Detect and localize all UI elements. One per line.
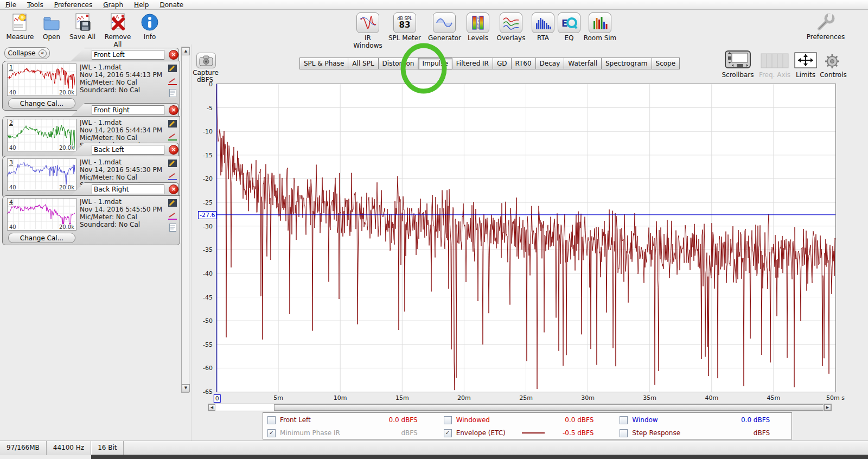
ir-windows-button[interactable]: IR Windows [350, 12, 386, 49]
delete-measurement-icon[interactable]: × [169, 184, 178, 194]
menu-file[interactable]: File [5, 1, 16, 9]
menu-graph[interactable]: Graph [103, 1, 123, 9]
limits-button[interactable] [794, 52, 817, 71]
impulse-plot[interactable] [216, 84, 836, 392]
scrollbars-button[interactable] [725, 50, 751, 71]
sample-rate: 44100 Hz [47, 441, 91, 455]
menu-help[interactable]: Help [134, 1, 149, 9]
spl-meter-button[interactable]: dB SPL 83 SPL Meter [388, 12, 422, 42]
trace-style-icon[interactable] [168, 173, 177, 180]
measurement-name-input[interactable] [92, 105, 164, 115]
notes-icon[interactable] [169, 89, 176, 99]
remove-all-button[interactable]: Remove All [100, 12, 136, 48]
tab-distortion[interactable]: Distortion [378, 58, 419, 69]
measurement-name-input[interactable] [92, 184, 164, 194]
legend-front-left: Front Left 0.0 dBFS [263, 413, 439, 426]
delete-measurement-icon[interactable]: × [169, 50, 178, 60]
minimum-phase-ir-checkbox[interactable]: ✓ [267, 429, 276, 437]
trace-style-icon[interactable] [168, 133, 177, 141]
room-sim-button[interactable]: Room Sim [583, 12, 617, 42]
menu-bar: File Tools Preferences Graph Help Donate [0, 0, 868, 10]
legend-line-sample [522, 432, 545, 433]
cursor-time-readout: 0 [214, 394, 221, 403]
notes-icon[interactable] [169, 224, 176, 234]
menu-tools[interactable]: Tools [27, 1, 43, 9]
delete-measurement-icon[interactable]: × [169, 105, 178, 115]
front-left-checkbox[interactable] [267, 416, 276, 424]
envelope-etc-checkbox[interactable]: ✓ [444, 429, 452, 437]
edit-measurement-icon[interactable] [168, 159, 177, 169]
tab-scope[interactable]: Scope [652, 58, 680, 69]
x-tick-label: 5m [273, 394, 283, 401]
measurement-thumbnail[interactable]: 4 40 20.0k [7, 198, 76, 231]
scroll-right-arrow[interactable]: ▶ [824, 404, 831, 411]
measurement-thumbnail[interactable]: 1 40 20.0k [7, 63, 76, 96]
measure-button[interactable]: Measure [5, 12, 35, 41]
tab-rt60[interactable]: RT60 [511, 58, 536, 69]
measurement-panel-back-right: × 4 40 20.0k JWL - 1.mdat Nov 14, 2016 5… [2, 182, 180, 245]
tab-filtered-ir[interactable]: Filtered IR [452, 58, 493, 69]
x-tick-label: 30m [581, 394, 595, 401]
overlays-button[interactable]: Overlays [495, 12, 527, 42]
edit-measurement-icon[interactable] [168, 199, 177, 209]
change-cal-button[interactable]: Change Cal... [8, 233, 75, 243]
open-button[interactable]: Open [38, 12, 65, 41]
trace-style-icon[interactable] [168, 78, 177, 85]
eq-button[interactable]: E EQ [558, 12, 580, 42]
generator-button[interactable]: Generator [428, 12, 461, 42]
tab-all-spl[interactable]: All SPL [348, 58, 378, 69]
measurement-info: JWL - 1.mdat Nov 14, 2016 5:45:50 PM Mic… [80, 198, 164, 228]
step-response-checkbox[interactable] [620, 429, 628, 437]
measurement-name-input[interactable] [92, 145, 164, 155]
save-all-icon [67, 12, 98, 32]
measurement-name-input[interactable] [92, 50, 164, 60]
sidebar-divider [191, 44, 192, 459]
bottom-edge-strip [91, 455, 868, 459]
remove-all-icon [100, 12, 136, 32]
legend-window: Window 0.0 dBFS [615, 413, 792, 426]
edit-measurement-icon[interactable] [168, 64, 177, 74]
window-checkbox[interactable] [620, 416, 628, 424]
scrollbars-label: Scrollbars [722, 71, 754, 79]
preferences-button[interactable]: Preferences [802, 12, 850, 41]
y-tick-label: -45 [203, 294, 213, 301]
sidebar-scrollbar[interactable]: ▲ ▼ [181, 47, 189, 393]
x-tick-label: 15m [395, 394, 409, 401]
tab-decay[interactable]: Decay [535, 58, 565, 69]
scrollbar-thumb[interactable] [274, 404, 824, 411]
delete-measurement-icon[interactable]: × [169, 145, 178, 155]
x-tick-label: 10m [334, 394, 347, 401]
capture-button[interactable] [196, 53, 216, 68]
measure-icon [5, 12, 35, 32]
tab-spectrogram[interactable]: Spectrogram [601, 58, 652, 69]
measurement-tab: × [71, 143, 179, 156]
windowed-checkbox[interactable] [444, 416, 452, 424]
info-icon [139, 12, 161, 32]
rta-button[interactable]: RTA [532, 12, 554, 42]
trace-style-icon[interactable] [168, 213, 177, 220]
levels-button[interactable]: 03 69 Levels [465, 12, 490, 42]
tab-gd[interactable]: GD [493, 58, 512, 69]
time-axis-scrollbar[interactable]: ◀ ▶ [208, 404, 832, 411]
scroll-down-arrow[interactable]: ▼ [182, 384, 190, 392]
tab-waterfall[interactable]: Waterfall [564, 58, 602, 69]
x-tick-label: 40m [705, 394, 718, 401]
eq-icon: E [558, 12, 580, 33]
overlays-icon [500, 12, 522, 33]
freq-axis-label: Freq. Axis [757, 71, 792, 79]
save-all-button[interactable]: Save All [67, 12, 98, 41]
menu-preferences[interactable]: Preferences [54, 1, 93, 9]
bit-depth: 16 Bit [91, 441, 124, 455]
menu-donate[interactable]: Donate [159, 1, 183, 9]
limits-icon [794, 52, 817, 68]
tab-impulse[interactable]: Impulse [418, 58, 452, 69]
legend-step-response: Step Response dBFS [615, 426, 792, 439]
info-button[interactable]: Info [139, 12, 161, 41]
open-folder-icon [38, 12, 65, 32]
edit-measurement-icon[interactable] [168, 119, 177, 130]
tab-spl-phase[interactable]: SPL & Phase [299, 58, 348, 69]
scroll-up-arrow[interactable]: ▲ [182, 47, 190, 55]
controls-button[interactable] [824, 53, 841, 72]
levels-icon: 03 69 [467, 12, 489, 33]
scroll-left-arrow[interactable]: ◀ [208, 404, 215, 411]
